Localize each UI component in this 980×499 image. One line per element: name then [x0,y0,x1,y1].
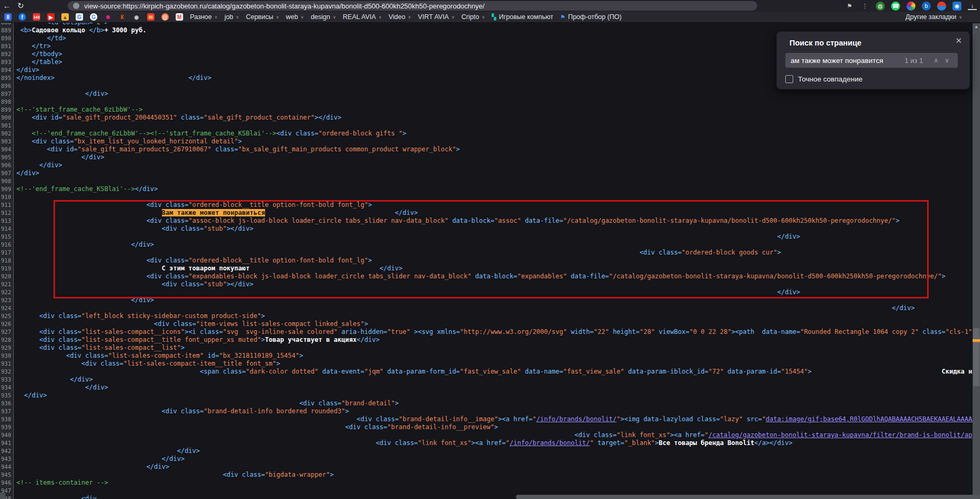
source-token: > [777,249,781,256]
source-line: <div class="list-sales-compact__icons"><… [16,328,980,336]
source-token: class= [211,146,238,153]
bookmark-folder-video[interactable]: Video∨ [388,13,411,21]
scroll-up-arrow-icon[interactable]: ▲ [973,24,980,29]
source-token: "brand-detail" [341,400,395,407]
back-button[interactable]: ← [0,0,14,12]
camera-blue-icon[interactable]: ◉ [952,2,961,11]
bookmark-igrovye[interactable]: ▚Игровые компьют [492,13,553,21]
bookmark-folder-servisy[interactable]: Сервисы∨ [246,13,279,21]
close-icon[interactable]: ✕ [955,36,962,46]
source-token: > [655,439,659,447]
bookmark-flag-icon[interactable]: ⚑ [845,2,854,11]
source-token: </b> [89,26,104,34]
source-link[interactable]: /info/brands/bonolit/ [537,415,617,423]
color-wheel-icon[interactable] [906,2,915,11]
line-number: 922 [1,288,11,296]
line-number: 938 [1,415,11,423]
line-number: 905 [1,153,11,161]
gmail-icon[interactable]: M [176,13,183,21]
bookmark-folder-job[interactable]: job∨ [224,13,239,21]
line-number: 940 [1,431,11,439]
source-token: "/catalog/gazobeton-bonolit-staraya-kupa… [563,217,896,224]
vertical-scrollbar[interactable]: ▲ [973,23,980,499]
source-token: "expandables-block js-load-block loader_… [188,273,471,280]
browser-window: 8888898908918928938948958968978988999009… [0,0,980,499]
url-bar[interactable]: view-source:https://kirpich-gazobeton.ru… [68,1,757,11]
reload-button[interactable]: ↻ [14,0,28,12]
source-link[interactable]: /catalog/gazobeton-bonolit-staraya-kupav… [709,431,980,439]
source-token: > [330,471,333,478]
source-token: ><path data-name= [731,328,800,335]
source-token: "list-sales-compact__list" [81,344,181,351]
source-line: <div class="stub"></div> [16,225,253,233]
image-icon[interactable]: ▲ [61,13,69,21]
source-token: ><img data-lazyload class= [621,415,720,423]
url-text[interactable]: view-source:https://kirpich-gazobeton.ru… [84,2,485,10]
vpn-shield-icon[interactable] [937,2,946,11]
exact-match-checkbox[interactable] [785,75,793,83]
source-token: <div class= [575,431,616,439]
vertical-scrollbar-thumb[interactable] [973,328,979,386]
bookmark-label: Разное [190,13,212,21]
bookmark-folder-web[interactable]: web∨ [286,13,304,21]
bookmark-prof-otbor[interactable]: ⚑Проф-отбор (ПО) [560,13,622,21]
source-line: </div> [16,66,39,74]
source-line: <div class="list-sales-compact-item__tit… [16,360,280,368]
badge-143-icon[interactable]: 143 [33,13,40,21]
source-token: "list-sales-compact-item__title font_sm" [123,360,276,367]
at-icon[interactable]: @ [161,13,169,21]
source-token: > [238,138,242,145]
source-token: <span class= [200,368,246,375]
source-token: "expandables" [517,273,567,280]
find-previous-button[interactable]: ∧ [930,57,941,64]
source-token: "left_block sticky-sidebar-custom produc… [81,312,261,320]
facebook-icon[interactable]: f [19,13,26,21]
find-input[interactable]: ам также может понравится 1 из 1 ∧ ∨ [785,53,958,68]
line-number: 934 [1,384,11,392]
mail-envelope-icon[interactable]: ✉ [147,13,155,21]
kinopoisk-icon[interactable]: К [119,13,126,21]
bookmark-folder-virt-avia[interactable]: VIRT AVIA∨ [418,13,455,21]
source-link[interactable]: /info/brands/bonolit/ [510,439,590,447]
bookmark-folder-raznoe[interactable]: Разное∨ [190,13,217,21]
source-token: "bx_item_list_you_looked_horizontal deta… [74,138,238,145]
source-token: "ordered-block__title option-font-bold f… [188,257,368,264]
pause-icon[interactable]: II [4,13,12,21]
line-number: 890 [1,34,11,42]
source-token: "true" [387,328,410,335]
source-token: ><svg xmlns= [410,328,460,335]
source-line: </div> [16,153,104,161]
source-token: </div> [357,336,379,343]
find-query-text[interactable]: ам также может понравится [791,57,905,65]
horizontal-scrollbar-thumb[interactable] [516,495,980,499]
translate-icon[interactable]: G [76,13,83,21]
bookmark-folder-real-avia[interactable]: REAL AVIA∨ [343,13,382,21]
whatsapp-icon[interactable]: ☎ [891,2,900,11]
line-number: 946 [1,479,11,487]
record-icon[interactable]: ◉ [133,13,140,21]
extension-green-icon[interactable]: ◍ [876,2,885,11]
shield-icon[interactable] [73,3,79,9]
source-token: target= [594,439,624,447]
source-token: class= [177,114,204,121]
download-icon[interactable]: ↓ [968,2,977,10]
other-bookmarks-button[interactable]: Другие закладки∨ [905,13,962,21]
overflow-menu-icon[interactable]: ⋮ [860,2,869,11]
google-icon[interactable]: G [90,13,97,21]
line-number: 899 [1,106,11,114]
flower-icon[interactable]: ✱ [104,13,112,21]
bookmark-folder-design[interactable]: design∨ [311,13,336,21]
line-number: 897 [1,90,11,98]
source-link[interactable]: data:image/gif;base64,R0lGODlhAQABAAAACH… [766,415,976,423]
bookmark-folder-cripto[interactable]: Cripto∨ [461,13,485,21]
source-token: </div> [777,288,800,296]
extension-blue-b-icon[interactable]: b [922,2,931,11]
line-number: 929 [1,344,11,352]
line-number: 925 [1,312,11,320]
source-token: <div class= [39,336,81,343]
youtube-icon[interactable]: ▶ [47,13,55,21]
source-token: <div class= [357,415,398,423]
find-next-button[interactable]: ∨ [941,57,952,64]
source-token: > [181,344,185,351]
source-token: "ordered-block__title option-font-bold f… [188,201,368,208]
